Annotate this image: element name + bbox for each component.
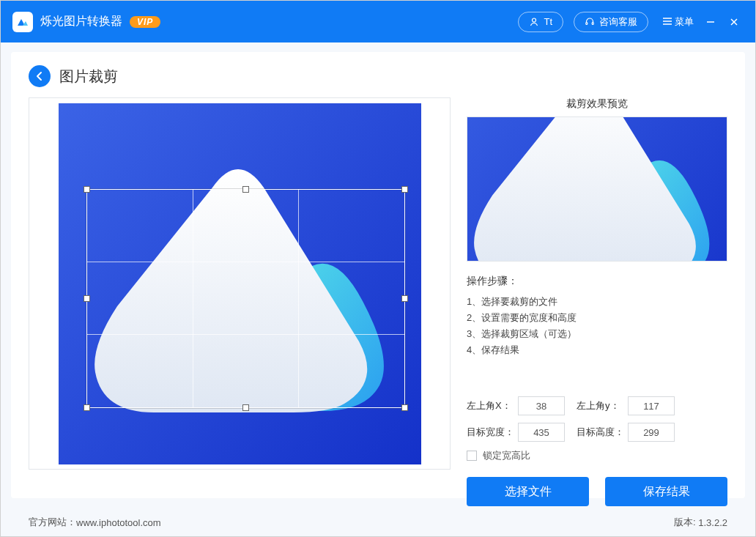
svg-rect-2 — [592, 22, 593, 24]
side-panel: 裁剪效果预览 操作步骤： 1、选择要裁剪的文件2、设置需要的宽度和高度3、选择裁… — [467, 97, 727, 506]
close-button[interactable] — [724, 12, 744, 32]
save-result-button[interactable]: 保存结果 — [605, 477, 727, 506]
page-header: 图片裁剪 — [29, 65, 727, 87]
lock-aspect-label: 锁定宽高比 — [483, 449, 530, 462]
crop-handle[interactable] — [401, 295, 408, 302]
steps-title: 操作步骤： — [467, 275, 727, 288]
app-logo — [12, 12, 33, 32]
account-name: Tt — [544, 16, 552, 27]
support-label: 咨询客服 — [599, 15, 637, 29]
x-input[interactable] — [518, 396, 565, 415]
crop-handle[interactable] — [401, 186, 408, 193]
app-title: 烁光图片转换器 — [40, 14, 122, 29]
minimize-icon — [706, 18, 715, 26]
crop-handle[interactable] — [84, 404, 90, 411]
choose-file-button[interactable]: 选择文件 — [467, 477, 589, 506]
vip-badge: VIP — [130, 16, 160, 28]
steps-list: 1、选择要裁剪的文件2、设置需要的宽度和高度3、选择裁剪区域（可选）4、保存结果 — [467, 294, 727, 358]
site-link[interactable]: www.iphototool.com — [76, 517, 161, 528]
crop-handle[interactable] — [242, 404, 249, 411]
h-input[interactable] — [628, 423, 675, 442]
svg-rect-1 — [586, 22, 588, 24]
site-label: 官方网站： — [29, 516, 76, 529]
account-button[interactable]: Tt — [518, 12, 563, 32]
lock-aspect-checkbox[interactable] — [467, 451, 477, 461]
preview-title: 裁剪效果预览 — [467, 97, 727, 111]
h-label: 目标高度： — [577, 426, 628, 439]
headset-icon — [585, 17, 595, 27]
step-item: 2、设置需要的宽度和高度 — [467, 310, 727, 326]
preview-pane — [467, 116, 727, 262]
y-input[interactable] — [628, 396, 675, 415]
user-icon — [529, 17, 539, 27]
menu-icon — [663, 16, 672, 27]
crop-handle[interactable] — [242, 186, 249, 193]
svg-point-0 — [533, 18, 536, 22]
title-bar: 烁光图片转换器 VIP Tt 咨询客服 菜单 — [1, 1, 755, 42]
minimize-button[interactable] — [701, 12, 720, 32]
preview-image — [467, 117, 727, 261]
back-button[interactable] — [29, 65, 51, 87]
x-label: 左上角X： — [467, 399, 518, 412]
arrow-left-icon — [34, 71, 45, 81]
step-item: 3、选择裁剪区域（可选） — [467, 326, 727, 342]
step-item: 1、选择要裁剪的文件 — [467, 294, 727, 310]
crop-editor[interactable] — [29, 97, 451, 470]
menu-button[interactable]: 菜单 — [663, 12, 694, 32]
crop-handle[interactable] — [401, 404, 408, 411]
version-label: 版本: — [674, 516, 696, 529]
crop-canvas[interactable] — [59, 103, 421, 464]
page-title: 图片裁剪 — [59, 67, 118, 86]
crop-selection[interactable] — [86, 189, 405, 408]
w-label: 目标宽度： — [467, 426, 518, 439]
crop-handle[interactable] — [84, 186, 90, 193]
main-card: 图片裁剪 — [11, 52, 745, 498]
crop-params: 左上角X： 左上角y： 目标宽度： 目标高度： — [467, 396, 727, 462]
version-value: 1.3.2.2 — [698, 517, 727, 528]
w-input[interactable] — [518, 423, 565, 442]
close-icon — [730, 18, 738, 26]
crop-handle[interactable] — [84, 295, 90, 302]
y-label: 左上角y： — [577, 399, 628, 412]
step-item: 4、保存结果 — [467, 342, 727, 358]
support-button[interactable]: 咨询客服 — [574, 12, 648, 32]
menu-label: 菜单 — [675, 15, 694, 29]
footer: 官方网站： www.iphototool.com 版本: 1.3.2.2 — [11, 508, 745, 536]
